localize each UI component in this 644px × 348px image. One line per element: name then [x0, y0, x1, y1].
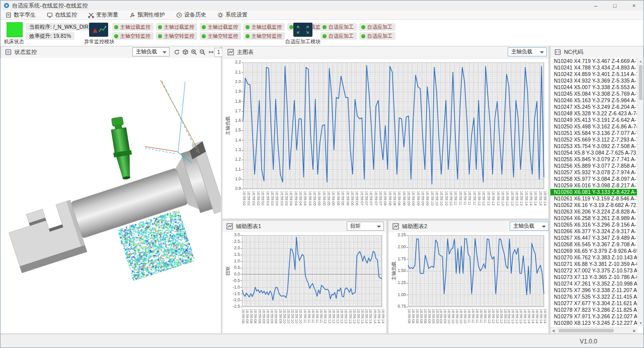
status-bar: V1.0.0: [1, 334, 643, 348]
abnormal-monitor-module-icon[interactable]: [89, 23, 108, 37]
menu-item-5[interactable]: 系统设置: [217, 11, 248, 19]
nc-line[interactable]: N10243 X4.932 Y-3.369 Z-5.335 A-75.523: [550, 78, 637, 84]
nc-line[interactable]: N10278 X7.823 Y-3.286 Z-11.825 A-63.73: [550, 307, 637, 313]
nc-line[interactable]: N10250 X5.498 Y-3.162 Z-6.86 A-74.178 C: [550, 123, 637, 130]
nc-line[interactable]: N10274 X7.261 Y-3.352 Z-10.998 A-66.67: [550, 281, 637, 287]
idle-monitor-chip-2[interactable]: 主轴空转监控: [200, 32, 241, 40]
idle-monitor-chip-3[interactable]: 主轴空转监控: [244, 32, 285, 40]
aux-chart1-title: 辅助图表1: [236, 223, 261, 230]
chip-label: 自适应加工: [329, 33, 354, 40]
pan-button[interactable]: [181, 48, 189, 56]
nc-horizontal-scrollbar[interactable]: ◀ ▶: [550, 327, 637, 333]
nc-line[interactable]: N10245 X5.084 Y-3.308 Z-5.769 A-75.088: [550, 91, 637, 97]
nc-vscroll-thumb[interactable]: [639, 65, 642, 100]
chip-label: 主轴空转监控: [252, 33, 282, 40]
overload-monitor-chip-2[interactable]: 主轴过载监控: [200, 23, 241, 31]
expand-arrows-icon: [293, 23, 312, 37]
adaptive-chip-1[interactable]: 自适应加工: [359, 23, 395, 31]
nc-line[interactable]: N10264 X6.258 Y-3.261 Z-8.989 A-72.072: [550, 215, 637, 222]
menu-item-0[interactable]: 数字孪生: [6, 11, 36, 19]
nc-line[interactable]: N10269 X6.65 Y-3.379 Z-9.926 A-69.947 C: [550, 248, 637, 254]
overload-monitor-chip-1[interactable]: 主轴过载监控: [156, 23, 197, 31]
nc-line[interactable]: N10256 X5.889 Y-3.077 Z-7.858 A-73.348: [550, 163, 637, 169]
zoom-out-button[interactable]: [198, 48, 206, 56]
nc-line[interactable]: N10248 X5.328 Y-3.22 Z-6.423 A-74.52 C: [550, 110, 637, 117]
document-icon: [6, 12, 12, 18]
nc-line[interactable]: N10240 X4.719 Y-3.467 Z-4.669 A-76.396: [550, 58, 637, 64]
idle-monitor-chip-1[interactable]: 主轴空转监控: [156, 32, 197, 40]
nc-line[interactable]: N10268 X6.545 Y-3.367 Z-9.708 A-70.519: [550, 241, 637, 248]
nc-line[interactable]: N10266 X6.377 Y-3.324 Z-9.317 A-71.443: [550, 228, 637, 235]
overload-monitor-chip-3[interactable]: 主轴过载监控: [244, 23, 285, 31]
nc-line[interactable]: N10273 X7.13 Y-3.365 Z-10.786 A-67.372: [550, 274, 637, 281]
nc-line[interactable]: N10253 X5.754 Y-3.092 Z-7.508 A-73.677: [550, 143, 637, 150]
nc-line[interactable]: N10247 X5.245 Y-3.249 Z-6.204 A-74.701: [550, 104, 637, 110]
current-program-text: 当前程序: /_N_WKS_DIR...: [26, 23, 97, 31]
nc-line[interactable]: N10249 X5.413 Y-3.191 Z-6.642 A-74.346: [550, 117, 637, 123]
nc-line[interactable]: N10276 X7.535 Y-3.322 Z-11.415 A-65.22: [550, 294, 637, 300]
view-metric-select[interactable]: 主轴负载: [132, 47, 170, 56]
nc-vertical-scrollbar[interactable]: ▲ ▼: [637, 58, 643, 327]
adaptive-chip-b-0[interactable]: 自适应加工: [320, 32, 357, 40]
nc-line[interactable]: N10258 X5.977 Y-3.084 Z-8.097 A-73.138: [550, 176, 637, 182]
status-dot-icon: [323, 25, 327, 29]
menu-item-1[interactable]: 在线监控: [47, 11, 77, 19]
nc-line[interactable]: N10244 X5.007 Y-3.338 Z-5.553 A-75.297: [550, 84, 637, 91]
clipboard-icon: [5, 49, 12, 55]
nc-line[interactable]: N10257 X5.932 Y-3.078 Z-7.974 A-73.243: [550, 169, 637, 176]
nc-line[interactable]: N10272 X7.002 Y-3.375 Z-10.573 A-68.05: [550, 267, 637, 274]
nc-hscroll-thumb[interactable]: [558, 329, 614, 332]
main-chart-title: 主图表: [237, 48, 254, 56]
nc-line[interactable]: N10271 X6.88 Y-3.381 Z-10.359 A-68.711: [550, 261, 637, 267]
menu-item-2[interactable]: 变形测量: [88, 11, 118, 19]
close-button[interactable]: ×: [624, 1, 643, 11]
nc-panel-title: NC代码: [564, 48, 583, 56]
nc-line[interactable]: N10280 X8.123 Y-3.245 Z-12.227 A-62.23: [550, 320, 637, 326]
nc-line[interactable]: N10255 X5.845 Y-3.079 Z-7.741 A-73.458: [550, 156, 637, 163]
aux-chart2-metric-select[interactable]: 主轴负载: [510, 222, 549, 231]
scroll-down-icon[interactable]: ▼: [639, 321, 642, 326]
nc-line[interactable]: N10279 X7.971 Y-3.266 Z-12.027 A-62.98: [550, 313, 637, 320]
nc-line[interactable]: N10277 X7.677 Y-3.304 Z-11.621 A-64.48: [550, 300, 637, 307]
nc-line[interactable]: N10275 X7.396 Y-3.338 Z-11.207 A-65.95: [550, 287, 637, 294]
menu-item-label: 系统设置: [225, 11, 248, 19]
chip-label: 自适应加工: [367, 33, 392, 40]
nc-line[interactable]: N10261 X6.119 Y-3.159 Z-8.546 A-72.701: [550, 195, 637, 202]
scroll-up-icon[interactable]: ▲: [639, 59, 642, 64]
overload-monitor-chip-0[interactable]: 主轴过载监控: [112, 23, 153, 31]
nc-line[interactable]: N10242 X4.859 Y-3.401 Z-5.114 A-75.775: [550, 71, 637, 78]
zoom-in-button[interactable]: [190, 48, 198, 56]
aux-chart1-metric-select[interactable]: 扭矩: [347, 222, 384, 231]
zoom-in-icon: [191, 49, 197, 55]
adaptive-machining-module-icon[interactable]: [293, 23, 312, 37]
nc-line[interactable]: N10252 X5.669 Y-3.112 Z-7.293 A-73.844: [550, 136, 637, 143]
main-chart-metric-select[interactable]: 主轴负载: [508, 47, 547, 56]
menu-item-3[interactable]: 预测性维护: [129, 11, 165, 19]
nc-line[interactable]: N10270 X6.762 Y-3.383 Z-10.143 A-69.34: [550, 254, 637, 261]
nc-line[interactable]: N10259 X6.016 Y-3.098 Z-8.217 A-73.036: [550, 182, 637, 189]
nc-line[interactable]: N10262 X6.16 Y-3.19 Z-8.682 A-72.534 C: [550, 202, 637, 208]
nc-line-selected[interactable]: N10260 X6.081 Y-3.133 Z-8.422 A-72.835: [550, 189, 637, 195]
fit-button[interactable]: [207, 48, 215, 56]
minimize-button[interactable]: –: [586, 1, 605, 11]
idle-monitor-chip-0[interactable]: 主轴空转监控: [112, 32, 153, 40]
menu-item-4[interactable]: 设备历史: [176, 11, 206, 19]
scroll-left-icon[interactable]: ◀: [552, 328, 554, 333]
nc-line[interactable]: N10251 X5.584 Y-3.136 Z-7.077 A-74.012: [550, 130, 637, 136]
machine-3d-view[interactable]: [1, 58, 221, 333]
status-dot-icon: [114, 25, 118, 29]
nc-line[interactable]: N10263 X6.206 Y-3.224 Z-8.828 A-72.33 C: [550, 208, 637, 215]
maximize-button[interactable]: □: [605, 1, 624, 11]
chip-label: 主轴空转监控: [208, 33, 238, 40]
adaptive-chip-b-1[interactable]: 自适应加工: [359, 32, 395, 40]
nc-line[interactable]: N10267 X6.447 Y-3.347 Z-9.489 A-71.055: [550, 235, 637, 241]
rotate-button[interactable]: [173, 48, 181, 56]
nc-line[interactable]: N10246 X5.163 Y-3.279 Z-5.984 A-74.892: [550, 97, 637, 104]
nc-line[interactable]: N10254 X5.8 Y-3.084 Z-7.625 A-73.571 C: [550, 150, 637, 156]
nc-line[interactable]: N10241 X4.788 Y-3.434 Z-4.893 A-76.062: [550, 64, 637, 71]
nc-code-list[interactable]: N10240 X4.719 Y-3.467 Z-4.669 A-76.396N1…: [550, 58, 637, 327]
adaptive-chip-0[interactable]: 自适应加工: [320, 23, 357, 31]
scroll-right-icon[interactable]: ▶: [633, 328, 636, 333]
nc-line[interactable]: N10265 X6.316 Y-3.296 Z-9.156 A-71.771: [550, 222, 637, 228]
chip-label: 主轴过载监控: [164, 24, 194, 31]
